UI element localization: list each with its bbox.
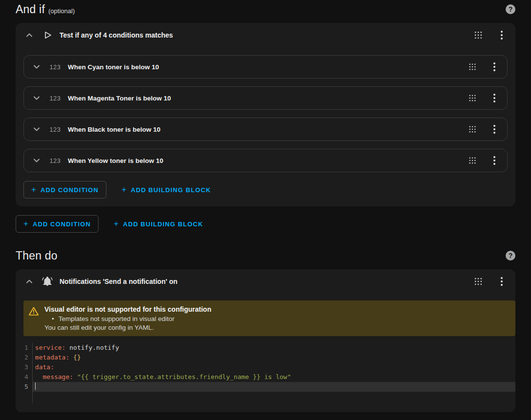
warning-alert: Visual editor is not supported for this …: [23, 300, 515, 336]
and-if-section-header: And if (optional) ?: [16, 3, 515, 16]
warning-triangle-icon: [28, 306, 39, 317]
code-line: data:: [33, 362, 515, 372]
condition-row-actions: [468, 123, 500, 135]
drag-handle-icon[interactable]: [468, 62, 477, 71]
yaml-value: [73, 373, 77, 380]
automation-editor-page: And if (optional) ? Test if any of 4 con…: [0, 0, 531, 412]
drag-handle-icon[interactable]: [473, 30, 483, 40]
code-line: message: "{{ trigger.to_state.attributes…: [33, 372, 515, 382]
condition-title: When Cyan toner is below 10: [68, 63, 159, 71]
overflow-menu-icon[interactable]: [496, 29, 508, 41]
add-condition-button[interactable]: + ADD CONDITION: [16, 215, 99, 233]
numeric-state-icon: 123: [49, 157, 61, 164]
bell-ring-icon: [41, 276, 53, 287]
condition-row[interactable]: 123 When Magenta Toner is below 10: [23, 86, 508, 110]
warning-content: Visual editor is not supported for this …: [44, 305, 211, 331]
group-card-buttons: + ADD CONDITION + ADD BUILDING BLOCK: [23, 181, 508, 199]
collapse-chevron-up-icon[interactable]: [23, 29, 35, 41]
condition-title: When Yellow toner is below 10: [68, 157, 163, 164]
line-number: 2: [24, 353, 28, 362]
code-line: service: notify.notify: [33, 343, 515, 353]
add-building-block-button[interactable]: + ADD BUILDING BLOCK: [106, 215, 210, 233]
add-condition-label: ADD CONDITION: [33, 220, 91, 228]
overflow-menu-icon[interactable]: [496, 276, 508, 287]
yaml-key: metadata:: [35, 354, 69, 361]
and-if-optional-label: (optional): [48, 7, 75, 15]
bullet-icon: •: [52, 315, 54, 322]
then-do-heading-group: Then do: [16, 249, 58, 262]
yaml-indent: [35, 373, 43, 380]
plus-icon: +: [31, 185, 36, 195]
numeric-state-icon: 123: [49, 95, 61, 102]
action-card-header[interactable]: Notifications 'Send a notification' on: [16, 269, 515, 294]
drag-handle-icon[interactable]: [468, 156, 477, 165]
and-if-help-icon[interactable]: ?: [506, 4, 515, 14]
line-number: 1: [24, 343, 28, 353]
add-building-block-button[interactable]: + ADD BUILDING BLOCK: [114, 181, 218, 199]
expand-chevron-down-icon[interactable]: [31, 61, 42, 73]
plus-icon: +: [114, 219, 119, 229]
overflow-menu-icon[interactable]: [489, 123, 500, 135]
overflow-menu-icon[interactable]: [489, 92, 500, 104]
condition-group-header[interactable]: Test if any of 4 conditions matches: [16, 23, 515, 47]
add-building-block-label: ADD BUILDING BLOCK: [123, 220, 203, 228]
yaml-key: message:: [42, 373, 73, 380]
and-if-heading-group: And if (optional): [16, 3, 75, 16]
then-do-heading: Then do: [16, 249, 58, 262]
plus-icon: +: [122, 185, 126, 195]
add-condition-button[interactable]: + ADD CONDITION: [23, 181, 106, 199]
warning-note: You can still edit your config in YAML.: [44, 324, 211, 331]
line-number-gutter: 1 2 3 4 5: [23, 343, 33, 403]
line-number: 4: [24, 372, 28, 382]
and-if-page-buttons: + ADD CONDITION + ADD BUILDING BLOCK: [16, 215, 515, 233]
collapse-chevron-up-icon[interactable]: [23, 276, 35, 287]
yaml-key: data:: [35, 363, 54, 371]
code-line: metadata: {}: [33, 353, 515, 362]
condition-row[interactable]: 123 When Yellow toner is below 10: [23, 149, 508, 172]
then-do-help-icon[interactable]: ?: [506, 251, 515, 260]
yaml-key: service:: [35, 344, 66, 351]
add-building-block-label: ADD BUILDING BLOCK: [131, 186, 211, 194]
warning-item-text: Templates not supported in visual editor: [59, 315, 175, 322]
yaml-value: notify.notify: [65, 344, 119, 351]
warning-list-item: • Templates not supported in visual edit…: [44, 315, 211, 322]
overflow-menu-icon[interactable]: [489, 61, 500, 73]
expand-chevron-down-icon[interactable]: [31, 123, 42, 135]
overflow-menu-icon[interactable]: [489, 155, 500, 166]
condition-row-actions: [468, 155, 500, 166]
condition-group-actions: [473, 29, 508, 41]
or-condition-icon: [41, 29, 53, 41]
warning-title: Visual editor is not supported for this …: [44, 305, 211, 313]
condition-row[interactable]: 123 When Cyan toner is below 10: [23, 55, 508, 79]
text-cursor: [35, 382, 36, 390]
plus-icon: +: [23, 219, 28, 229]
condition-title: When Black toner is below 10: [68, 126, 161, 133]
code-line-active: [33, 382, 515, 392]
then-do-section-header: Then do ?: [16, 249, 515, 262]
condition-group-card: Test if any of 4 conditions matches 123 …: [16, 23, 515, 206]
yaml-value: [69, 354, 73, 361]
action-card-actions: [473, 276, 508, 287]
line-number: 3: [24, 362, 28, 372]
action-title: Notifications 'Send a notification' on: [60, 278, 178, 285]
yaml-punctuation: {}: [73, 354, 81, 361]
yaml-string: "{{ trigger.to_state.attributes.friendly…: [77, 373, 291, 380]
and-if-heading: And if: [16, 3, 45, 16]
drag-handle-icon[interactable]: [468, 94, 477, 102]
numeric-state-icon: 123: [49, 63, 61, 71]
drag-handle-icon[interactable]: [468, 125, 477, 134]
condition-row[interactable]: 123 When Black toner is below 10: [23, 118, 508, 141]
expand-chevron-down-icon[interactable]: [31, 92, 42, 104]
drag-handle-icon[interactable]: [473, 277, 483, 286]
condition-row-actions: [468, 92, 500, 104]
expand-chevron-down-icon[interactable]: [31, 155, 42, 166]
numeric-state-icon: 123: [49, 126, 61, 133]
code-area[interactable]: service: notify.notify metadata: {} data…: [33, 343, 515, 403]
add-condition-label: ADD CONDITION: [41, 186, 99, 194]
action-card: Notifications 'Send a notification' on V…: [16, 269, 515, 412]
condition-group-title: Test if any of 4 conditions matches: [60, 31, 173, 39]
condition-title: When Magenta Toner is below 10: [68, 95, 171, 102]
yaml-editor[interactable]: 1 2 3 4 5 service: notify.notify metadat…: [23, 343, 515, 403]
condition-row-actions: [468, 61, 500, 73]
line-number: 5: [24, 382, 28, 392]
